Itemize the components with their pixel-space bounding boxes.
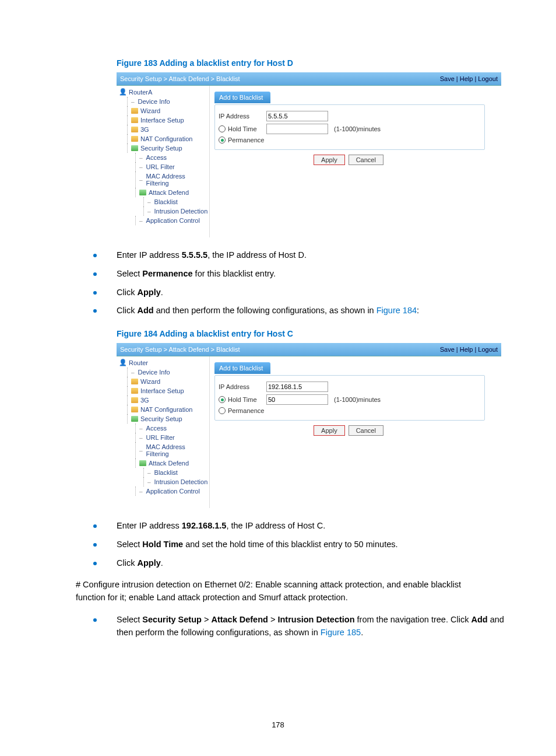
figure-184-link[interactable]: Figure 184 (376, 306, 417, 315)
instruction-item: Select Hold Time and set the hold time o… (93, 538, 521, 551)
tab-add-to-blacklist[interactable]: Add to Blacklist (214, 92, 270, 103)
nav-device-info[interactable]: Device Info (127, 97, 209, 106)
holdtime-input[interactable] (266, 124, 328, 134)
ip-address-label: IP Address (219, 383, 264, 390)
nav-nat-config[interactable]: NAT Configuration (127, 134, 209, 144)
tree-root[interactable]: RouterA (119, 88, 209, 96)
nav-url-filter[interactable]: URL Filter (135, 433, 209, 442)
nav-mac-filter[interactable]: MAC Address Filtering (135, 172, 209, 188)
nav-intrusion[interactable]: Intrusion Detection (143, 477, 209, 487)
instruction-item: Select Permanence for this blacklist ent… (93, 268, 521, 281)
instruction-item: Click Apply. (93, 557, 521, 570)
folder-open-icon (139, 190, 146, 195)
folder-icon (131, 127, 138, 132)
main-panel: Add to Blacklist IP Address Hold Time (1… (210, 86, 501, 237)
breadcrumb-path: Security Setup > Attack Defend > Blackli… (120, 346, 240, 353)
instruction-item: Enter IP address 5.5.5.5, the IP address… (93, 249, 521, 262)
holdtime-hint: (1-1000)minutes (334, 396, 381, 403)
navigation-tree: Router Device Info Wizard Interface Setu… (117, 356, 210, 508)
holdtime-radio[interactable] (219, 396, 226, 403)
body-paragraph: # Configure intrusion detection on Ether… (76, 579, 480, 604)
nav-3g[interactable]: 3G (127, 396, 209, 405)
breadcrumb-bar: Security Setup > Attack Defend > Blackli… (117, 343, 501, 356)
nav-attack-defend[interactable]: Attack Defend (135, 188, 209, 197)
folder-icon (131, 388, 138, 394)
nav-security-setup[interactable]: Security Setup (127, 144, 209, 153)
figure-185-link[interactable]: Figure 185 (321, 628, 361, 637)
nav-wizard[interactable]: Wizard (127, 377, 209, 386)
instruction-item: Click Add and then perform the following… (93, 304, 521, 317)
user-icon (119, 359, 127, 366)
navigation-tree: RouterA Device Info Wizard Interface Set… (117, 86, 210, 237)
holdtime-radio[interactable] (219, 125, 226, 132)
instructions-list-2: Enter IP address 192.168.1.5, the IP add… (93, 520, 521, 569)
nav-access[interactable]: Access (135, 424, 209, 433)
user-icon (119, 88, 127, 96)
folder-icon (131, 397, 138, 403)
figure-183-title: Figure 183 Adding a blacklist entry for … (117, 58, 521, 68)
blacklist-form: IP Address Hold Time (1-1000)minutes Per… (214, 375, 485, 421)
top-right-links[interactable]: Save | Help | Logout (440, 346, 498, 353)
ip-address-label: IP Address (219, 113, 264, 120)
nav-nat-config[interactable]: NAT Configuration (127, 405, 209, 414)
folder-icon (131, 108, 138, 114)
cancel-button[interactable]: Cancel (349, 155, 383, 165)
nav-access[interactable]: Access (135, 153, 209, 162)
instructions-list-1: Enter IP address 5.5.5.5, the IP address… (93, 249, 521, 317)
permanence-radio[interactable] (219, 136, 226, 144)
nav-3g[interactable]: 3G (127, 125, 209, 134)
holdtime-input[interactable] (266, 394, 328, 405)
blacklist-form: IP Address Hold Time (1-1000)minutes Per… (214, 104, 485, 150)
nav-interface-setup[interactable]: Interface Setup (127, 386, 209, 396)
holdtime-hint: (1-1000)minutes (334, 125, 381, 132)
nav-interface-setup[interactable]: Interface Setup (127, 116, 209, 125)
ip-address-input[interactable] (266, 382, 328, 392)
screenshot-figure-183: Security Setup > Attack Defend > Blackli… (117, 72, 501, 237)
tree-root[interactable]: Router (119, 359, 209, 366)
cancel-button[interactable]: Cancel (349, 425, 383, 436)
breadcrumb-bar: Security Setup > Attack Defend > Blackli… (117, 72, 501, 86)
nav-device-info[interactable]: Device Info (127, 368, 209, 377)
permanence-radio[interactable] (219, 407, 226, 414)
nav-blacklist[interactable]: Blacklist (143, 197, 209, 206)
folder-icon (131, 136, 138, 142)
ip-address-input[interactable] (266, 111, 328, 121)
screenshot-figure-184: Security Setup > Attack Defend > Blackli… (117, 343, 501, 508)
folder-icon (131, 117, 138, 123)
nav-attack-defend[interactable]: Attack Defend (135, 459, 209, 468)
page-number: 178 (35, 720, 521, 729)
folder-open-icon (131, 416, 138, 422)
nav-security-setup[interactable]: Security Setup (127, 414, 209, 424)
nav-blacklist[interactable]: Blacklist (143, 468, 209, 477)
nav-intrusion[interactable]: Intrusion Detection (143, 206, 209, 216)
tab-add-to-blacklist[interactable]: Add to Blacklist (214, 362, 270, 374)
permanence-label: Permanence (228, 407, 273, 414)
instruction-item: Select Security Setup > Attack Defend > … (93, 614, 521, 639)
nav-app-control[interactable]: Application Control (135, 216, 209, 225)
nav-url-filter[interactable]: URL Filter (135, 162, 209, 172)
main-panel: Add to Blacklist IP Address Hold Time (1… (210, 356, 501, 508)
permanence-label: Permanence (228, 136, 273, 144)
folder-open-icon (139, 460, 146, 466)
instruction-item: Click Apply. (93, 286, 521, 299)
nav-mac-filter[interactable]: MAC Address Filtering (135, 442, 209, 459)
nav-wizard[interactable]: Wizard (127, 106, 209, 116)
folder-open-icon (131, 145, 138, 151)
folder-icon (131, 379, 138, 384)
instruction-item: Enter IP address 192.168.1.5, the IP add… (93, 520, 521, 533)
folder-icon (131, 407, 138, 412)
top-right-links[interactable]: Save | Help | Logout (440, 75, 498, 82)
holdtime-label: Hold Time (228, 125, 264, 132)
apply-button[interactable]: Apply (314, 155, 345, 165)
figure-184-title: Figure 184 Adding a blacklist entry for … (117, 329, 521, 338)
nav-app-control[interactable]: Application Control (135, 487, 209, 496)
apply-button[interactable]: Apply (314, 425, 345, 436)
holdtime-label: Hold Time (228, 396, 264, 403)
breadcrumb-path: Security Setup > Attack Defend > Blackli… (120, 75, 240, 82)
instructions-list-3: Select Security Setup > Attack Defend > … (93, 614, 521, 639)
